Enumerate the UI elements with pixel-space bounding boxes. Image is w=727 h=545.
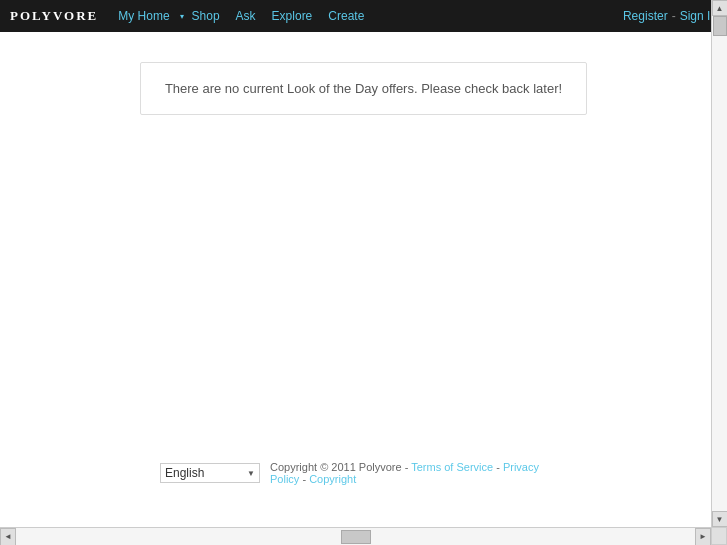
footer-sep2: - xyxy=(299,473,309,485)
scrollbar-right: ▲ ▼ xyxy=(711,0,727,527)
copyright-text: Copyright © 2011 Polyvore - xyxy=(270,461,411,473)
myhome-link[interactable]: My Home xyxy=(110,9,177,23)
create-link[interactable]: Create xyxy=(320,9,372,23)
logo: POLYVORE xyxy=(10,8,98,24)
language-selector-wrapper[interactable]: English Español Français Deutsch Italian… xyxy=(160,463,260,483)
scrollbar-bottom: ◄ ► xyxy=(0,527,711,545)
scroll-thumb[interactable] xyxy=(713,16,727,36)
nav-left: My Home ▾ Shop Ask Explore Create xyxy=(110,9,623,23)
auth-separator: - xyxy=(672,9,676,23)
ask-link[interactable]: Ask xyxy=(228,9,264,23)
scroll-right-button[interactable]: ► xyxy=(695,528,711,546)
language-select[interactable]: English Español Français Deutsch Italian… xyxy=(160,463,260,483)
header: POLYVORE My Home ▾ Shop Ask Explore Crea… xyxy=(0,0,727,32)
explore-link[interactable]: Explore xyxy=(264,9,321,23)
myhome-nav-item[interactable]: My Home ▾ xyxy=(110,9,183,23)
footer-text: Copyright © 2011 Polyvore - Terms of Ser… xyxy=(270,461,567,485)
copyright-link[interactable]: Copyright xyxy=(309,473,356,485)
tos-link[interactable]: Terms of Service xyxy=(411,461,493,473)
scroll-left-button[interactable]: ◄ xyxy=(0,528,16,546)
scroll-track-horizontal[interactable] xyxy=(16,528,695,545)
main-content: There are no current Look of the Day off… xyxy=(0,32,727,135)
scroll-track[interactable] xyxy=(712,16,727,511)
footer-sep1: - xyxy=(493,461,503,473)
notice-text: There are no current Look of the Day off… xyxy=(165,81,562,96)
shop-link[interactable]: Shop xyxy=(184,9,228,23)
footer: English Español Français Deutsch Italian… xyxy=(0,461,727,485)
scroll-thumb-horizontal[interactable] xyxy=(341,530,371,544)
register-link[interactable]: Register xyxy=(623,9,668,23)
nav-right: Register - Sign In xyxy=(623,9,717,23)
scroll-up-button[interactable]: ▲ xyxy=(712,0,728,16)
scrollbar-corner xyxy=(711,527,727,545)
scroll-down-button[interactable]: ▼ xyxy=(712,511,728,527)
notice-box: There are no current Look of the Day off… xyxy=(140,62,587,115)
